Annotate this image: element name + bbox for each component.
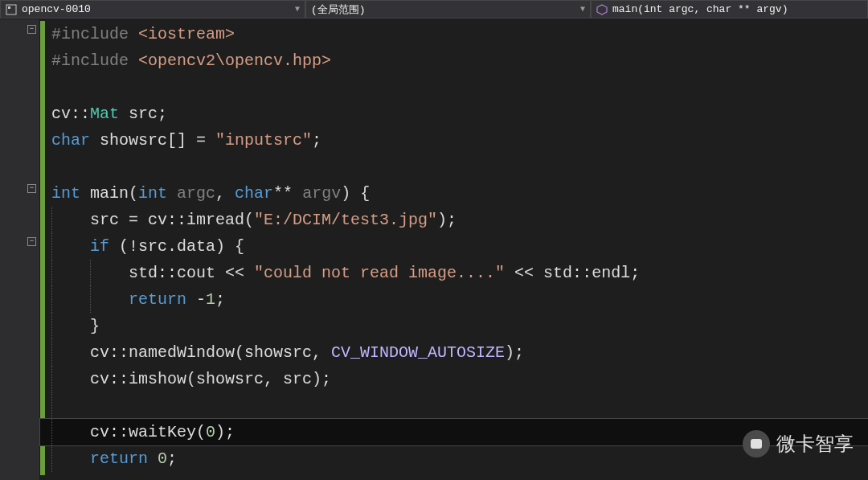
scope-label: (全局范围) bbox=[311, 2, 366, 17]
project-dropdown[interactable]: opencv-0010 ▼ bbox=[0, 0, 305, 18]
code-line: } bbox=[40, 313, 868, 339]
code-line: cv::Mat src; bbox=[40, 101, 868, 127]
code-line bbox=[40, 74, 868, 101]
scope-dropdown[interactable]: (全局范围) ▼ bbox=[305, 0, 591, 18]
watermark: 微卡智享 bbox=[743, 430, 854, 457]
fold-toggle[interactable]: − bbox=[27, 25, 36, 34]
function-dropdown[interactable]: main(int argc, char ** argv) bbox=[591, 0, 868, 18]
code-content[interactable]: #include <iostream> #include <opencv2\op… bbox=[40, 19, 868, 480]
code-line bbox=[40, 392, 868, 419]
code-line: return -1; bbox=[40, 286, 868, 313]
fold-toggle[interactable]: − bbox=[27, 184, 36, 193]
code-editor[interactable]: − − − #include <iostream> #include <open… bbox=[0, 19, 868, 480]
project-icon bbox=[6, 4, 17, 15]
project-label: opencv-0010 bbox=[22, 3, 91, 15]
code-line: char showsrc[] = "inputsrc"; bbox=[40, 127, 868, 154]
code-line: #include <iostream> bbox=[40, 21, 868, 47]
code-line: int main(int argc, char** argv) { bbox=[40, 180, 868, 207]
watermark-text: 微卡智享 bbox=[776, 431, 854, 457]
fold-toggle[interactable]: − bbox=[27, 237, 36, 246]
code-line: #include <opencv2\opencv.hpp> bbox=[40, 47, 868, 74]
wechat-icon bbox=[743, 430, 770, 457]
code-line: cv::namedWindow(showsrc, CV_WINDOW_AUTOS… bbox=[40, 339, 868, 366]
chevron-down-icon: ▼ bbox=[295, 5, 300, 14]
function-icon bbox=[596, 4, 608, 15]
chevron-down-icon: ▼ bbox=[580, 5, 585, 14]
code-line: if (!src.data) { bbox=[40, 233, 868, 260]
svg-marker-2 bbox=[597, 5, 607, 14]
svg-rect-0 bbox=[6, 5, 16, 14]
navigation-bar: opencv-0010 ▼ (全局范围) ▼ main(int argc, ch… bbox=[0, 0, 868, 19]
code-line: std::cout << "could not read image...." … bbox=[40, 260, 868, 286]
svg-rect-1 bbox=[8, 6, 10, 9]
code-line bbox=[40, 154, 868, 180]
code-line: src = cv::imread("E:/DCIM/test3.jpg"); bbox=[40, 207, 868, 233]
function-label: main(int argc, char ** argv) bbox=[612, 3, 788, 15]
editor-gutter: − − − bbox=[0, 19, 40, 480]
code-line: cv::imshow(showsrc, src); bbox=[40, 366, 868, 392]
